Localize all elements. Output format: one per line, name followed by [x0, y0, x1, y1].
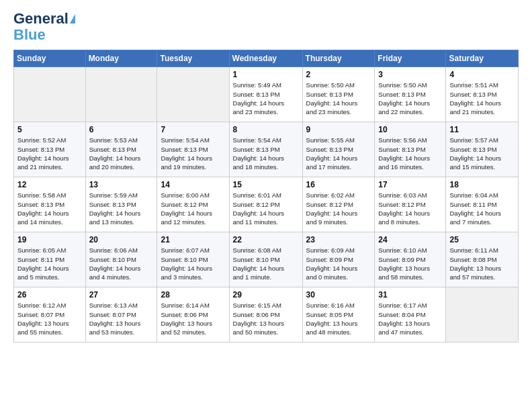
day-cell-11: 11Sunrise: 5:57 AM Sunset: 8:13 PM Dayli… [446, 122, 519, 177]
day-info: Sunrise: 6:00 AM Sunset: 8:12 PM Dayligh… [161, 191, 225, 226]
day-info: Sunrise: 5:55 AM Sunset: 8:13 PM Dayligh… [306, 136, 371, 171]
day-number: 9 [306, 125, 371, 134]
empty-cell [14, 67, 86, 122]
day-number: 31 [378, 290, 442, 300]
day-info: Sunrise: 5:49 AM Sunset: 8:13 PM Dayligh… [233, 81, 299, 116]
day-number: 14 [161, 180, 225, 189]
day-info: Sunrise: 6:14 AM Sunset: 8:06 PM Dayligh… [161, 301, 225, 336]
day-cell-23: 23Sunrise: 6:09 AM Sunset: 8:09 PM Dayli… [302, 232, 375, 287]
day-number: 29 [233, 290, 299, 300]
logo-text-general: General [13, 11, 69, 27]
logo: General Blue [13, 11, 75, 43]
day-number: 15 [233, 180, 299, 189]
day-cell-27: 27Sunrise: 6:13 AM Sunset: 8:07 PM Dayli… [85, 287, 157, 342]
day-number: 22 [233, 235, 299, 244]
day-number: 10 [378, 125, 442, 134]
day-cell-19: 19Sunrise: 6:05 AM Sunset: 8:11 PM Dayli… [14, 232, 86, 287]
day-info: Sunrise: 6:09 AM Sunset: 8:09 PM Dayligh… [306, 246, 371, 281]
day-number: 23 [306, 235, 371, 244]
day-cell-14: 14Sunrise: 6:00 AM Sunset: 8:12 PM Dayli… [157, 177, 229, 232]
empty-cell [157, 67, 229, 122]
day-info: Sunrise: 5:51 AM Sunset: 8:13 PM Dayligh… [449, 81, 515, 116]
day-info: Sunrise: 6:03 AM Sunset: 8:12 PM Dayligh… [378, 191, 442, 226]
day-info: Sunrise: 5:56 AM Sunset: 8:13 PM Dayligh… [378, 136, 442, 171]
weekday-header-tuesday: Tuesday [157, 50, 229, 67]
day-number: 4 [449, 70, 515, 79]
day-info: Sunrise: 6:04 AM Sunset: 8:11 PM Dayligh… [449, 191, 515, 226]
day-info: Sunrise: 5:54 AM Sunset: 8:13 PM Dayligh… [233, 136, 299, 171]
day-cell-28: 28Sunrise: 6:14 AM Sunset: 8:06 PM Dayli… [157, 287, 229, 342]
day-cell-13: 13Sunrise: 5:59 AM Sunset: 8:13 PM Dayli… [85, 177, 157, 232]
day-number: 30 [306, 290, 371, 300]
week-row-5: 26Sunrise: 6:12 AM Sunset: 8:07 PM Dayli… [14, 287, 519, 342]
day-number: 18 [449, 180, 515, 189]
week-row-3: 12Sunrise: 5:58 AM Sunset: 8:13 PM Dayli… [14, 177, 519, 232]
weekday-header-friday: Friday [375, 50, 446, 67]
page: General Blue SundayMondayTuesdayWednesda… [0, 0, 532, 411]
day-cell-24: 24Sunrise: 6:10 AM Sunset: 8:09 PM Dayli… [375, 232, 446, 287]
day-info: Sunrise: 5:57 AM Sunset: 8:13 PM Dayligh… [449, 136, 515, 171]
day-cell-31: 31Sunrise: 6:17 AM Sunset: 8:04 PM Dayli… [375, 287, 446, 342]
week-row-2: 5Sunrise: 5:52 AM Sunset: 8:13 PM Daylig… [14, 122, 519, 177]
day-info: Sunrise: 6:07 AM Sunset: 8:10 PM Dayligh… [161, 246, 225, 281]
day-cell-29: 29Sunrise: 6:15 AM Sunset: 8:06 PM Dayli… [229, 287, 302, 342]
week-row-4: 19Sunrise: 6:05 AM Sunset: 8:11 PM Dayli… [14, 232, 519, 287]
day-info: Sunrise: 5:54 AM Sunset: 8:13 PM Dayligh… [161, 136, 225, 171]
day-cell-18: 18Sunrise: 6:04 AM Sunset: 8:11 PM Dayli… [446, 177, 519, 232]
weekday-header-monday: Monday [85, 50, 157, 67]
day-number: 20 [89, 235, 154, 244]
day-number: 13 [89, 180, 154, 189]
day-info: Sunrise: 5:52 AM Sunset: 8:13 PM Dayligh… [17, 136, 82, 171]
day-cell-21: 21Sunrise: 6:07 AM Sunset: 8:10 PM Dayli… [157, 232, 229, 287]
day-info: Sunrise: 6:11 AM Sunset: 8:08 PM Dayligh… [449, 246, 515, 281]
day-cell-2: 2Sunrise: 5:50 AM Sunset: 8:13 PM Daylig… [302, 67, 375, 122]
empty-cell [446, 287, 519, 342]
day-cell-30: 30Sunrise: 6:16 AM Sunset: 8:05 PM Dayli… [302, 287, 375, 342]
day-number: 12 [17, 180, 82, 189]
logo-text-blue: Blue [13, 27, 46, 43]
day-number: 6 [89, 125, 154, 134]
logo-triangle-icon [70, 14, 75, 24]
day-info: Sunrise: 6:16 AM Sunset: 8:05 PM Dayligh… [306, 301, 371, 336]
day-number: 25 [449, 235, 515, 244]
empty-cell [85, 67, 157, 122]
day-info: Sunrise: 6:05 AM Sunset: 8:11 PM Dayligh… [17, 246, 82, 281]
day-number: 26 [17, 290, 82, 300]
day-number: 5 [17, 125, 82, 134]
day-number: 1 [233, 70, 299, 79]
day-number: 19 [17, 235, 82, 244]
day-number: 16 [306, 180, 371, 189]
day-number: 3 [378, 70, 442, 79]
weekday-header-saturday: Saturday [446, 50, 519, 67]
day-info: Sunrise: 6:06 AM Sunset: 8:10 PM Dayligh… [89, 246, 154, 281]
day-cell-16: 16Sunrise: 6:02 AM Sunset: 8:12 PM Dayli… [302, 177, 375, 232]
day-cell-3: 3Sunrise: 5:50 AM Sunset: 8:13 PM Daylig… [375, 67, 446, 122]
weekday-header-sunday: Sunday [14, 50, 86, 67]
day-cell-4: 4Sunrise: 5:51 AM Sunset: 8:13 PM Daylig… [446, 67, 519, 122]
day-number: 7 [161, 125, 225, 134]
day-cell-9: 9Sunrise: 5:55 AM Sunset: 8:13 PM Daylig… [302, 122, 375, 177]
day-info: Sunrise: 6:13 AM Sunset: 8:07 PM Dayligh… [89, 301, 154, 336]
day-number: 2 [306, 70, 371, 79]
day-info: Sunrise: 6:08 AM Sunset: 8:10 PM Dayligh… [233, 246, 299, 281]
day-cell-22: 22Sunrise: 6:08 AM Sunset: 8:10 PM Dayli… [229, 232, 302, 287]
day-cell-26: 26Sunrise: 6:12 AM Sunset: 8:07 PM Dayli… [14, 287, 86, 342]
day-info: Sunrise: 5:50 AM Sunset: 8:13 PM Dayligh… [306, 81, 371, 116]
day-cell-6: 6Sunrise: 5:53 AM Sunset: 8:13 PM Daylig… [85, 122, 157, 177]
day-number: 11 [449, 125, 515, 134]
day-info: Sunrise: 5:58 AM Sunset: 8:13 PM Dayligh… [17, 191, 82, 226]
day-info: Sunrise: 5:59 AM Sunset: 8:13 PM Dayligh… [89, 191, 154, 226]
day-cell-17: 17Sunrise: 6:03 AM Sunset: 8:12 PM Dayli… [375, 177, 446, 232]
week-row-1: 1Sunrise: 5:49 AM Sunset: 8:13 PM Daylig… [14, 67, 519, 122]
day-cell-12: 12Sunrise: 5:58 AM Sunset: 8:13 PM Dayli… [14, 177, 86, 232]
day-number: 8 [233, 125, 299, 134]
day-info: Sunrise: 5:53 AM Sunset: 8:13 PM Dayligh… [89, 136, 154, 171]
weekday-header-wednesday: Wednesday [229, 50, 302, 67]
day-info: Sunrise: 6:10 AM Sunset: 8:09 PM Dayligh… [378, 246, 442, 281]
weekday-header-thursday: Thursday [302, 50, 375, 67]
day-info: Sunrise: 5:50 AM Sunset: 8:13 PM Dayligh… [378, 81, 442, 116]
day-info: Sunrise: 6:15 AM Sunset: 8:06 PM Dayligh… [233, 301, 299, 336]
day-cell-1: 1Sunrise: 5:49 AM Sunset: 8:13 PM Daylig… [229, 67, 302, 122]
day-cell-15: 15Sunrise: 6:01 AM Sunset: 8:12 PM Dayli… [229, 177, 302, 232]
day-number: 17 [378, 180, 442, 189]
